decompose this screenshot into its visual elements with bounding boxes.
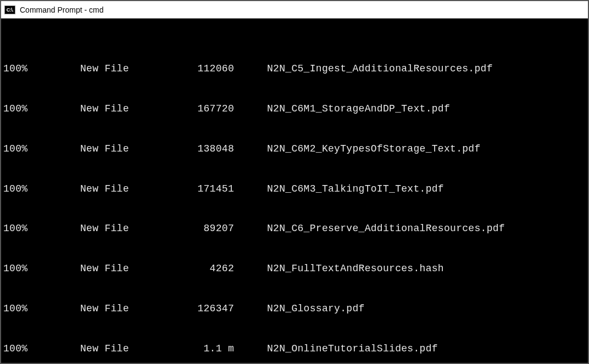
file-name: N2N_C6_Preserve_AdditionalResources.pdf [267, 222, 505, 235]
file-type: New File [36, 222, 157, 235]
progress-pct: 100% [3, 102, 36, 115]
progress-pct: 100% [3, 142, 36, 155]
file-name: N2N_OnlineTutorialSlides.pdf [267, 342, 438, 355]
file-size: 126347 [157, 302, 267, 315]
file-type: New File [36, 62, 157, 75]
file-size: 4262 [157, 262, 267, 275]
file-name: N2N_C5_Ingest_AdditionalResources.pdf [267, 62, 493, 75]
file-row: 100%New File126347N2N_Glossary.pdf [3, 302, 586, 315]
progress-pct: 100% [3, 182, 36, 195]
file-type: New File [36, 302, 157, 315]
file-size: 167720 [157, 102, 267, 115]
file-row: 100%New File167720N2N_C6M1_StorageAndDP_… [3, 102, 586, 115]
progress-pct: 100% [3, 262, 36, 275]
progress-pct: 100% [3, 342, 36, 355]
file-name: N2N_C6M3_TalkingToIT_Text.pdf [267, 182, 444, 195]
terminal-output[interactable]: 100%New File112060N2N_C5_Ingest_Addition… [1, 19, 588, 363]
file-name: N2N_Glossary.pdf [267, 302, 365, 315]
file-size: 138048 [157, 142, 267, 155]
file-type: New File [36, 142, 157, 155]
cmd-icon: C:\. [4, 5, 15, 14]
file-type: New File [36, 342, 157, 355]
file-name: N2N_C6M2_KeyTypesOfStorage_Text.pdf [267, 142, 481, 155]
file-row: 100%New File4262N2N_FullTextAndResources… [3, 262, 586, 275]
file-type: New File [36, 102, 157, 115]
file-size: 1.1 m [157, 342, 267, 355]
file-row: 100%New File138048N2N_C6M2_KeyTypesOfSto… [3, 142, 586, 155]
file-row: 100%New File112060N2N_C5_Ingest_Addition… [3, 62, 586, 75]
progress-pct: 100% [3, 222, 36, 235]
file-row: 100%New File89207N2N_C6_Preserve_Additio… [3, 222, 586, 235]
file-type: New File [36, 262, 157, 275]
progress-pct: 100% [3, 302, 36, 315]
titlebar[interactable]: C:\. Command Prompt - cmd [1, 1, 588, 19]
window-title: Command Prompt - cmd [20, 5, 103, 14]
file-name: N2N_C6M1_StorageAndDP_Text.pdf [267, 102, 450, 115]
file-size: 171451 [157, 182, 267, 195]
file-size: 89207 [157, 222, 267, 235]
file-type: New File [36, 182, 157, 195]
file-name: N2N_FullTextAndResources.hash [267, 262, 444, 275]
file-size: 112060 [157, 62, 267, 75]
file-row: 100%New File171451N2N_C6M3_TalkingToIT_T… [3, 182, 586, 195]
progress-pct: 100% [3, 62, 36, 75]
file-row: 100%New File1.1 mN2N_OnlineTutorialSlide… [3, 342, 586, 355]
cmd-window: C:\. Command Prompt - cmd 100%New File11… [0, 0, 589, 364]
